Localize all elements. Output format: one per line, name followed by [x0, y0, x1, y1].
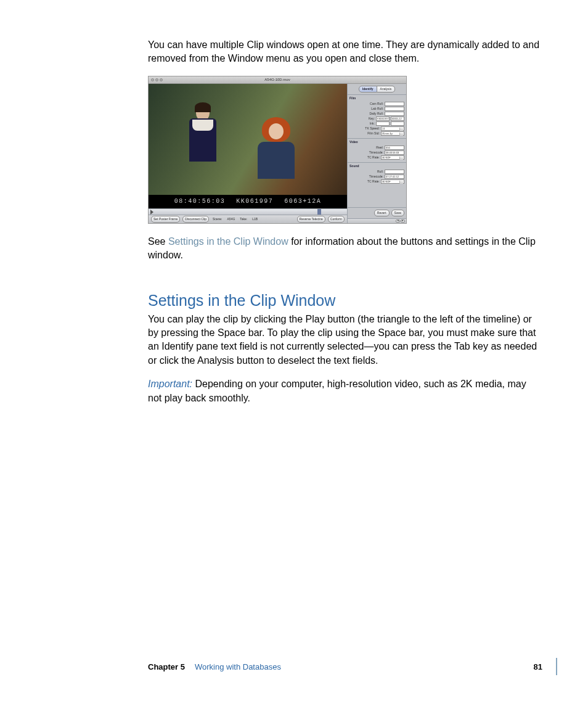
film-std-select[interactable]: 35mm 4p	[381, 131, 404, 136]
lab-roll-field[interactable]	[385, 107, 404, 111]
page-footer: Chapter 5 Working with Databases 81	[148, 662, 542, 673]
see-text-pre: See	[148, 236, 168, 247]
play-paragraph: You can play the clip by clicking the Pl…	[148, 313, 542, 368]
tk-speed-select[interactable]: 24	[381, 126, 404, 131]
window-title: A54G-10D.mov	[264, 77, 290, 82]
set-poster-frame-button[interactable]: Set Poster Frame	[151, 216, 180, 223]
save-button[interactable]: Save	[391, 210, 404, 216]
lab-roll-label: Lab Roll:	[349, 107, 383, 111]
video-tcrate-select[interactable]: 30 NDF	[381, 155, 404, 160]
see-also-paragraph: See Settings in the Clip Window for info…	[148, 235, 542, 263]
tk-speed-label: TK Speed:	[349, 126, 380, 131]
disconnect-clip-button[interactable]: Disconnect Clip	[182, 216, 209, 223]
burnin-edgecode: 6063+12A	[284, 197, 321, 206]
identify-pane: Identify Analysis Film Cam Roll: Lab Rol…	[347, 84, 406, 223]
conform-button[interactable]: Conform	[328, 216, 345, 223]
scroll-right-icon[interactable]: ►	[401, 220, 405, 223]
sound-tcrate-label: TC Rate:	[349, 179, 380, 184]
cam-roll-label: Cam Roll:	[349, 102, 383, 106]
section-heading: Settings in the Clip Window	[148, 290, 542, 311]
window-titlebar: A54G-10D.mov	[149, 76, 406, 84]
film-std-label: Film Std:	[349, 131, 380, 136]
video-tcrate-label: TC Rate:	[349, 155, 380, 160]
intro-paragraph: You can have multiple Clip windows open …	[148, 38, 542, 66]
key-field-1[interactable]: KK061997	[376, 117, 390, 121]
footer-accent-bar	[556, 658, 557, 675]
page-number: 81	[534, 662, 542, 673]
sound-roll-label: Roll:	[349, 170, 383, 174]
sound-roll-field[interactable]	[385, 170, 404, 174]
clip-window-toolbar: Set Poster Frame Disconnect Clip Scene: …	[149, 215, 347, 223]
video-tc-label: Timecode:	[349, 150, 383, 155]
sound-section-header: Sound	[349, 164, 404, 168]
video-reel-label: Reel:	[349, 146, 383, 150]
timeline-scrubber[interactable]	[149, 208, 347, 215]
key-field-2[interactable]: 6063+12	[391, 117, 404, 121]
scroll-left-icon[interactable]: ◄	[396, 220, 400, 223]
revert-button[interactable]: Revert	[374, 210, 390, 216]
film-section-header: Film	[349, 96, 404, 101]
identify-tab[interactable]: Identify	[359, 86, 377, 92]
page-content: You can have multiple Clip windows open …	[148, 38, 542, 415]
cam-roll-field[interactable]	[385, 102, 404, 106]
burnin-timecode: 08:40:56:03	[174, 197, 226, 206]
sound-tc-field[interactable]: 07:27:41:12	[385, 174, 404, 179]
video-section-header: Video	[349, 140, 404, 144]
important-text: Depending on your computer, high-resolut…	[148, 379, 526, 403]
daily-roll-label: Daily Roll:	[349, 112, 383, 116]
important-paragraph: Important: Depending on your computer, h…	[148, 377, 542, 405]
chapter-title: Working with Databases	[195, 662, 281, 673]
chapter-label: Chapter 5	[148, 662, 185, 673]
burnin-keycode: KK061997	[236, 197, 273, 206]
sound-tc-label: Timecode:	[349, 174, 383, 179]
scene-label: Scene:	[211, 217, 224, 221]
ink-field-2[interactable]	[391, 121, 404, 126]
clip-window-screenshot: A54G-10D.mov 08:40:56:03 KK061997 6063+1…	[148, 76, 407, 224]
settings-link[interactable]: Settings in the Clip Window	[168, 236, 288, 247]
daily-roll-field[interactable]	[385, 112, 404, 116]
ink-label: Ink:	[349, 121, 375, 126]
video-tc-field[interactable]: 08:40:56:03	[385, 150, 404, 155]
take-value: L1B	[251, 217, 259, 221]
burn-in-overlay: 08:40:56:03 KK061997 6063+12A	[149, 195, 347, 208]
ink-field-1[interactable]	[376, 121, 390, 126]
analysis-tab[interactable]: Analysis	[377, 86, 396, 92]
important-label: Important:	[148, 379, 195, 389]
sound-tcrate-select[interactable]: 30 NDF	[381, 179, 404, 184]
video-reel-field[interactable]: 056	[385, 146, 404, 150]
key-label: Key:	[349, 117, 375, 121]
scene-value: A54G	[226, 217, 237, 221]
reverse-telecine-button[interactable]: Reverse Telecine	[297, 216, 325, 223]
traffic-lights	[151, 78, 163, 81]
video-preview	[149, 84, 347, 195]
take-label: Take:	[239, 217, 248, 221]
